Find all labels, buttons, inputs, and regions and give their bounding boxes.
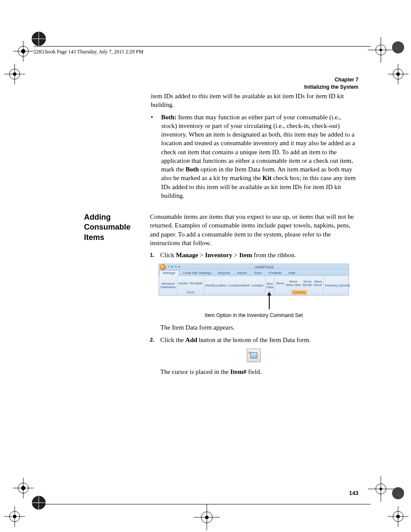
intro-fragment: item IDs added to this item will be avai… (151, 92, 358, 109)
chapter-title: Initializing the System (304, 84, 358, 91)
cmd-item-data: Item Data (267, 282, 274, 289)
cmd-location-item: Location/Item# (228, 284, 249, 287)
svg-point-22 (21, 486, 25, 490)
app-title: IntelliTrack (180, 264, 349, 270)
step-2-text: Click the Add button at the bottom of th… (160, 336, 311, 344)
cursor-note: The cursor is placed in the Item# field. (160, 367, 358, 376)
crop-mark-icon (26, 26, 52, 52)
tab-manage: Manage (159, 270, 179, 276)
tab-import: Import (234, 271, 250, 276)
cmd-mass-move: Mass Move (314, 280, 322, 287)
svg-point-18 (13, 72, 16, 76)
cmd-move-move-item: Move Move Item (286, 280, 301, 287)
section-heading: Adding Consumable Items (84, 212, 140, 243)
svg-point-29 (13, 515, 16, 518)
crop-mark-icon (4, 64, 25, 84)
page-number: 143 (349, 490, 358, 496)
tab-portable: Portable (265, 271, 285, 276)
crop-mark-icon (389, 485, 407, 502)
svg-point-14 (396, 72, 400, 76)
figure-caption: Item Option in the Inventory Command Set (150, 312, 358, 319)
crop-mark-icon (389, 39, 407, 56)
svg-point-33 (205, 516, 209, 519)
cmd-inventory-queries: Inventory Queries (325, 284, 350, 287)
svg-point-42 (396, 515, 400, 518)
group-label-inventory: nventory (291, 290, 307, 295)
svg-point-32 (201, 512, 212, 523)
bullet-label: Both: (161, 114, 177, 121)
cmd-maintenance-calibration: ntenance Calibration (160, 282, 176, 289)
svg-point-13 (393, 69, 403, 79)
crop-mark-icon (388, 506, 408, 527)
svg-point-41 (393, 511, 403, 522)
chapter-label: Chapter 7 (304, 76, 358, 84)
after-figure-text: The Item Data form appears. (160, 323, 358, 332)
step-number: 2. (150, 336, 156, 344)
ribbon-group-queries: Inventory Queries (324, 276, 352, 295)
ribbon-tabs: Manage Local Site Settings Reports Impor… (159, 270, 349, 276)
svg-point-17 (9, 69, 20, 79)
rule-line (34, 504, 371, 504)
svg-point-8 (376, 45, 386, 55)
svg-point-21 (18, 483, 28, 493)
bullet-both: Both: Items that may function as either … (161, 113, 358, 200)
crop-mark-icon (368, 37, 394, 63)
running-head: 2283.book Page 143 Thursday, July 7, 201… (34, 49, 143, 55)
crop-mark-icon (368, 476, 394, 502)
group-label-stock: Stock (187, 290, 195, 295)
cmd-move-itemid: Move ItemID (303, 280, 312, 287)
crop-mark-icon (194, 504, 220, 530)
tab-tools: Tools (250, 271, 265, 276)
svg-point-36 (376, 484, 386, 494)
crop-mark-icon (13, 478, 34, 498)
step-number: 1. (150, 251, 156, 259)
ribbon-group-item: Item Data (265, 276, 275, 295)
quick-access-toolbar: ↶ ▾ ↷ ▾ (168, 265, 180, 270)
cmd-issues: Issues (179, 282, 188, 285)
svg-point-1 (21, 49, 25, 53)
tab-reports: Reports (215, 271, 234, 276)
ribbon-group-maintenance: ntenance Calibration (159, 276, 177, 295)
sparkle-icon: ✶ (247, 349, 252, 356)
svg-point-4 (32, 32, 46, 46)
cmd-location: Location (251, 284, 263, 287)
ribbon-group-stock: Issues Receipts Stock (177, 276, 204, 295)
bullet-icon: • (151, 113, 154, 204)
cmd-move: Move (276, 282, 284, 285)
svg-point-40 (392, 487, 404, 499)
rule-line (34, 46, 371, 47)
svg-point-9 (380, 49, 382, 51)
crop-mark-icon (13, 41, 34, 62)
chapter-heading: Chapter 7 Initializing the System (304, 76, 358, 91)
crop-mark-icon (388, 64, 408, 84)
svg-point-25 (32, 496, 46, 510)
svg-point-37 (380, 488, 382, 490)
ribbon-group-lookups: Item#/Location Location/Item# Location (204, 276, 265, 295)
cmd-item-location: Item#/Location (206, 284, 227, 287)
svg-point-0 (18, 46, 28, 56)
step-1-text: Click Manage > Inventory > Item from the… (160, 251, 296, 259)
tab-help: Help (285, 271, 299, 276)
svg-point-12 (392, 41, 404, 53)
crop-mark-icon (4, 506, 25, 527)
office-orb-icon (159, 264, 167, 270)
svg-point-28 (9, 511, 20, 522)
svg-point-5 (32, 32, 46, 46)
cmd-receipts: Receipts (190, 282, 202, 285)
crop-mark-icon (26, 490, 52, 516)
add-button-icon: ✶ (247, 348, 261, 362)
ribbon-screenshot: ↶ ▾ ↷ ▾ IntelliTrack Manage Local Site S… (159, 264, 348, 309)
tab-local-site-settings: Local Site Settings (179, 271, 215, 276)
ribbon-group-inventory: Move Move Move Item Move ItemID Mass Mov… (275, 276, 324, 295)
section-intro: Consumable items are items that you expe… (150, 212, 358, 247)
